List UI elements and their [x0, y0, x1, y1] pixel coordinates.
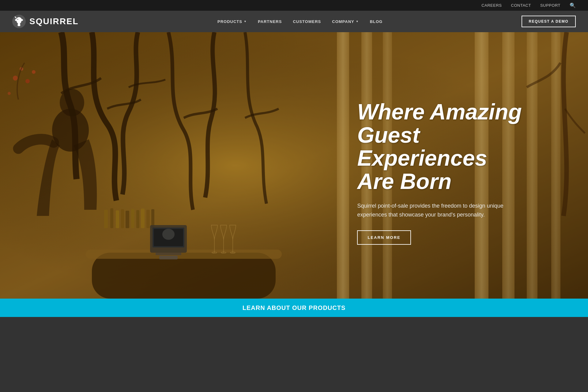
nav-item-products: PRODUCTS ▼: [217, 19, 247, 24]
request-demo-button[interactable]: REQUEST A DEMO: [522, 16, 576, 27]
search-icon: 🔍: [570, 3, 576, 8]
svg-point-1: [17, 19, 18, 20]
customers-nav-link[interactable]: CUSTOMERS: [293, 19, 321, 24]
hero-title: Where Amazing Guest Experiences Are Born: [357, 100, 541, 193]
squirrel-logo-icon: [12, 15, 26, 28]
blog-nav-link[interactable]: BLOG: [370, 19, 383, 24]
support-link[interactable]: SUPPORT: [540, 3, 560, 8]
hero-content: Where Amazing Guest Experiences Are Born…: [357, 100, 541, 245]
partners-nav-link[interactable]: PARTNERS: [258, 19, 282, 24]
company-chevron-icon: ▼: [356, 20, 359, 23]
nav-item-company: COMPANY ▼: [332, 19, 359, 24]
nav-item-customers: CUSTOMERS: [293, 19, 321, 24]
search-button[interactable]: 🔍: [570, 2, 576, 8]
hero-section: Where Amazing Guest Experiences Are Born…: [0, 32, 588, 299]
products-chevron-icon: ▼: [244, 20, 247, 23]
main-navigation: SQUIRREL PRODUCTS ▼ PARTNERS CUSTOMERS C…: [0, 11, 588, 32]
contact-link[interactable]: CONTACT: [511, 3, 531, 8]
nav-links-list: PRODUCTS ▼ PARTNERS CUSTOMERS COMPANY ▼ …: [217, 19, 383, 24]
hero-subtitle: Squirrel point-of-sale provides the free…: [357, 202, 516, 219]
company-nav-link[interactable]: COMPANY ▼: [332, 19, 359, 24]
logo-text: SQUIRREL: [29, 17, 79, 26]
products-nav-link[interactable]: PRODUCTS ▼: [217, 19, 247, 24]
careers-link[interactable]: CAREERS: [481, 3, 502, 8]
nav-item-partners: PARTNERS: [258, 19, 282, 24]
nav-item-blog: BLOG: [370, 19, 383, 24]
bottom-bar: LEARN ABOUT OUR PRODUCTS: [0, 299, 588, 317]
bottom-bar-text: LEARN ABOUT OUR PRODUCTS: [243, 304, 346, 311]
logo-link[interactable]: SQUIRREL: [12, 15, 79, 28]
utility-bar: CAREERS CONTACT SUPPORT 🔍: [0, 0, 588, 11]
learn-more-button[interactable]: LEARN MORE: [357, 230, 411, 245]
